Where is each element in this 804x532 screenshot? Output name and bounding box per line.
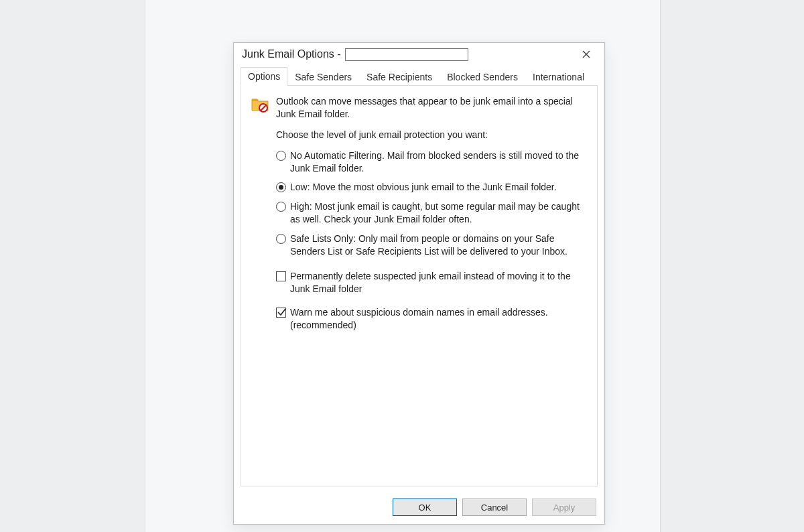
tab-label: Safe Recipients xyxy=(366,72,432,82)
junk-email-options-dialog: Junk Email Options - Options Safe Sender… xyxy=(233,42,605,525)
tab-blocked-senders[interactable]: Blocked Senders xyxy=(440,68,525,86)
tab-safe-senders[interactable]: Safe Senders xyxy=(287,68,359,86)
apply-button: Apply xyxy=(532,498,596,516)
tab-international[interactable]: International xyxy=(525,68,592,86)
tab-label: Safe Senders xyxy=(295,72,352,82)
choose-level-label: Choose the level of junk email protectio… xyxy=(276,129,588,141)
checkbox-warn-suspicious-domains[interactable]: Warn me about suspicious domain names in… xyxy=(276,306,588,332)
checkbox-label: Warn me about suspicious domain names in… xyxy=(290,306,588,332)
cancel-button[interactable]: Cancel xyxy=(462,498,527,516)
intro-text: Outlook can move messages that appear to… xyxy=(276,95,588,121)
radio-high[interactable]: High: Most junk email is caught, but som… xyxy=(276,200,588,226)
button-label: Cancel xyxy=(481,503,508,513)
tab-label: Blocked Senders xyxy=(447,72,518,82)
radio-indicator xyxy=(276,182,286,192)
dialog-title: Junk Email Options - xyxy=(242,48,341,60)
radio-label: No Automatic Filtering. Mail from blocke… xyxy=(290,149,588,175)
radio-label: Safe Lists Only: Only mail from people o… xyxy=(290,232,588,258)
checkbox-indicator xyxy=(276,271,286,281)
radio-label: High: Most junk email is caught, but som… xyxy=(290,200,588,226)
radio-indicator xyxy=(276,234,286,244)
titlebar: Junk Email Options - xyxy=(234,43,604,66)
close-icon xyxy=(582,50,590,58)
title-account-field[interactable] xyxy=(345,48,468,61)
close-button[interactable] xyxy=(574,45,599,64)
dialog-buttons: OK Cancel Apply xyxy=(234,493,604,524)
checkbox-permanently-delete[interactable]: Permanently delete suspected junk email … xyxy=(276,270,588,295)
button-label: OK xyxy=(419,503,431,513)
ok-button[interactable]: OK xyxy=(393,498,457,516)
radio-low[interactable]: Low: Move the most obvious junk email to… xyxy=(276,181,588,194)
tab-label: Options xyxy=(248,71,280,82)
protection-level-group: No Automatic Filtering. Mail from blocke… xyxy=(276,149,588,258)
tab-options[interactable]: Options xyxy=(241,67,287,86)
radio-indicator xyxy=(276,151,286,161)
tab-label: International xyxy=(533,72,584,82)
radio-safe-lists-only[interactable]: Safe Lists Only: Only mail from people o… xyxy=(276,232,588,258)
tab-panel-options: Outlook can move messages that appear to… xyxy=(241,86,598,486)
tab-safe-recipients[interactable]: Safe Recipients xyxy=(359,68,440,86)
button-label: Apply xyxy=(553,503,576,513)
radio-no-filtering[interactable]: No Automatic Filtering. Mail from blocke… xyxy=(276,149,588,175)
checkbox-group: Permanently delete suspected junk email … xyxy=(276,270,588,332)
junk-folder-icon xyxy=(251,95,269,121)
checkbox-indicator xyxy=(276,308,286,318)
radio-label: Low: Move the most obvious junk email to… xyxy=(290,181,588,194)
checkbox-label: Permanently delete suspected junk email … xyxy=(290,270,588,295)
radio-indicator xyxy=(276,202,286,212)
tab-strip: Options Safe Senders Safe Recipients Blo… xyxy=(241,66,598,86)
